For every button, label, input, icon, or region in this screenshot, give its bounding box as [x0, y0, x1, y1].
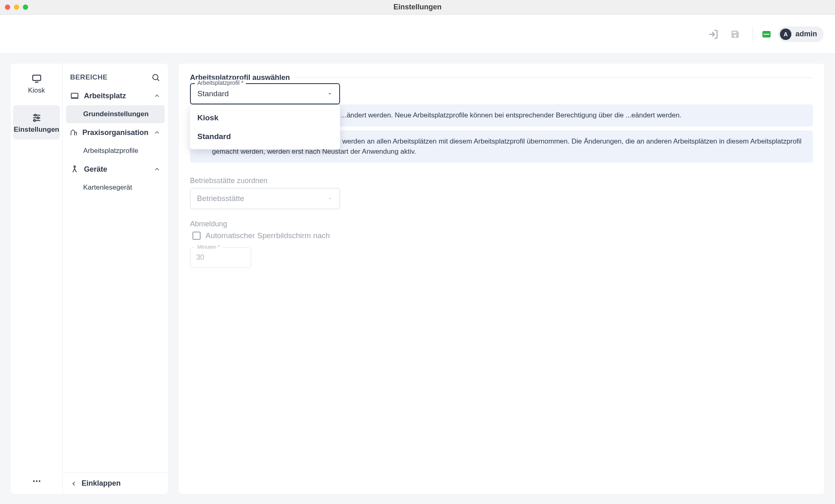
sidebar-section-title: BEREICHE — [70, 73, 108, 82]
sidebar-group-praxisorganisation[interactable]: Praxisorganisation — [63, 123, 168, 142]
checkbox-label: Automatischer Sperrbildschirm nach — [205, 231, 330, 240]
monitor-icon — [31, 73, 42, 84]
svg-rect-14 — [71, 93, 78, 98]
section-abmeldung: Abmeldung Automatischer Sperrbildschirm … — [190, 217, 813, 268]
user-name-label: admin — [795, 30, 817, 38]
caret-down-icon — [327, 91, 333, 97]
settings-sidebar: BEREICHE Arbeitsplatz Grundeinstellungen — [63, 64, 168, 494]
arbeitsplatzprofil-dropdown: Kiosk Standard — [190, 105, 340, 149]
devices-icon — [70, 165, 79, 174]
caret-down-icon — [327, 196, 333, 201]
save-icon[interactable] — [728, 27, 742, 42]
rail-item-kiosk[interactable]: Kiosk — [13, 66, 60, 100]
laptop-icon — [70, 91, 79, 100]
dropdown-option-kiosk[interactable]: Kiosk — [190, 108, 340, 127]
svg-point-6 — [37, 117, 39, 119]
svg-point-8 — [33, 119, 35, 121]
search-icon[interactable] — [151, 73, 161, 82]
betriebsstaette-select[interactable]: Betriebsstätte — [190, 188, 340, 209]
svg-point-10 — [36, 480, 38, 482]
close-window-icon[interactable] — [5, 4, 10, 10]
section-arbeitsplatzprofil: Arbeitsplatzprofil auswählen Arbeitsplat… — [190, 70, 813, 104]
chevron-up-icon — [153, 92, 161, 99]
sidebar-group-arbeitsplatz[interactable]: Arbeitsplatz — [63, 86, 168, 105]
svg-point-4 — [34, 114, 36, 116]
sidebar-item-arbeitsplatzprofile[interactable]: Arbeitsplatzprofile — [63, 142, 168, 160]
sidebar-group-geraete[interactable]: Geräte — [63, 160, 168, 179]
window-title: Einstellungen — [393, 3, 442, 11]
svg-rect-1 — [33, 75, 41, 80]
minutes-label: Minuten * — [195, 244, 222, 250]
chevron-left-icon — [70, 480, 77, 487]
tune-icon — [31, 113, 42, 123]
chevron-up-icon — [153, 166, 161, 173]
fullscreen-window-icon[interactable] — [23, 4, 28, 10]
select-value: Standard — [197, 89, 229, 98]
login-icon[interactable] — [706, 27, 720, 42]
section-betriebsstaette: Betriebsstätte zuordnen Betriebsstätte — [190, 173, 813, 209]
sidebar-collapse-button[interactable]: Einklappen — [63, 472, 168, 494]
chevron-up-icon — [153, 129, 161, 136]
arbeitsplatzprofil-select[interactable]: Standard — [190, 83, 340, 104]
svg-line-13 — [157, 79, 159, 81]
minutes-input[interactable] — [190, 248, 251, 268]
primary-nav-rail: Kiosk Einstellungen — [11, 64, 63, 494]
user-menu[interactable]: A admin — [778, 27, 824, 42]
dropdown-option-standard[interactable]: Standard — [190, 127, 340, 146]
sidebar-item-kartenlesegeraet[interactable]: Kartenlesegerät — [63, 179, 168, 197]
sidebar-group-label: Geräte — [84, 165, 107, 174]
settings-content: Arbeitsplatzprofil auswählen Arbeitsplat… — [179, 64, 824, 494]
select-label: Arbeitsplatzprofil * — [195, 80, 246, 86]
top-toolbar: A admin — [0, 15, 835, 54]
svg-point-16 — [74, 166, 75, 168]
rail-item-label: Kiosk — [28, 86, 45, 95]
sidebar-group-label: Arbeitsplatz — [84, 92, 126, 100]
ellipsis-icon — [32, 476, 42, 486]
sidebar-item-grundeinstellungen[interactable]: Grundeinstellungen — [66, 105, 165, 123]
avatar: A — [780, 29, 791, 40]
auto-lock-checkbox[interactable] — [192, 232, 201, 240]
connection-status-icon[interactable] — [762, 31, 771, 38]
toolbar-divider — [752, 27, 753, 42]
info-text: ...ändert werden. Neue Arbeitsplatzprofi… — [341, 110, 681, 121]
svg-point-11 — [39, 480, 40, 482]
section-legend: Abmeldung — [190, 220, 232, 228]
rail-item-einstellungen[interactable]: Einstellungen — [13, 105, 60, 139]
window-titlebar: Einstellungen — [0, 0, 835, 15]
rail-more-button[interactable] — [11, 468, 62, 494]
sidebar-collapse-label: Einklappen — [82, 479, 121, 488]
sidebar-group-label: Praxisorganisation — [82, 128, 148, 137]
rail-item-label: Einstellungen — [14, 126, 59, 134]
building-icon — [70, 128, 77, 137]
select-placeholder: Betriebsstätte — [197, 194, 244, 203]
svg-point-9 — [33, 480, 35, 482]
section-legend: Betriebsstätte zuordnen — [190, 177, 272, 185]
minimize-window-icon[interactable] — [14, 4, 19, 10]
svg-point-12 — [153, 75, 158, 80]
